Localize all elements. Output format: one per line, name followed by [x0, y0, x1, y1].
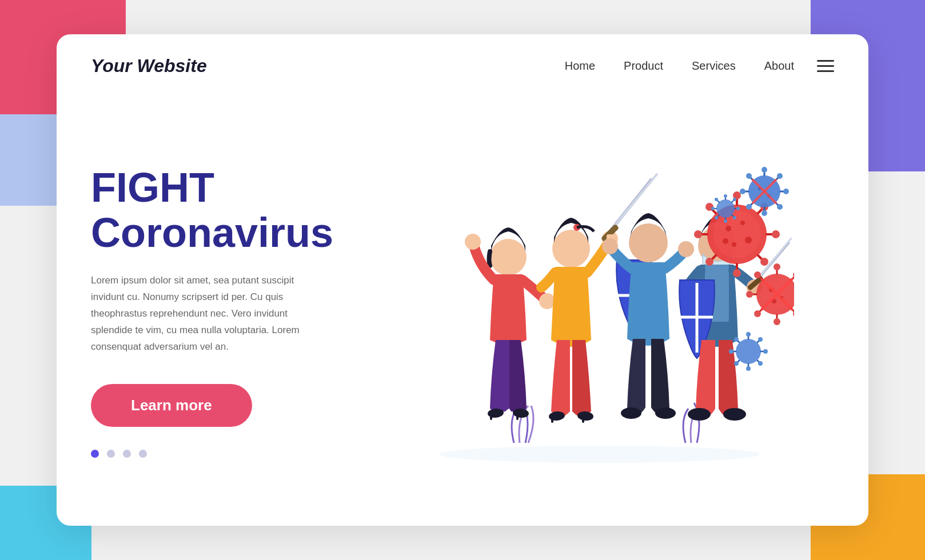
- svg-point-74: [740, 189, 745, 194]
- hero-text: FIGHT Coronavirus Lorem ipsum dolor sit …: [91, 165, 365, 458]
- svg-point-118: [729, 349, 733, 354]
- hero-section: FIGHT Coronavirus Lorem ipsum dolor sit …: [57, 97, 868, 526]
- hero-illustration: [365, 97, 834, 526]
- svg-point-56: [745, 237, 752, 243]
- hero-description: Lorem ipsum dolor sit amet, sea putant s…: [91, 273, 320, 355]
- svg-point-114: [763, 349, 768, 354]
- svg-point-135: [711, 207, 715, 210]
- svg-point-50: [733, 269, 741, 277]
- svg-point-54: [725, 226, 731, 231]
- nav-item-services[interactable]: Services: [692, 59, 736, 73]
- nav-link-product[interactable]: Product: [624, 59, 663, 72]
- svg-point-3: [539, 293, 555, 309]
- svg-point-23: [678, 241, 694, 257]
- hero-title: FIGHT Coronavirus: [91, 165, 365, 255]
- navbar: Your Website Home Product Services About: [57, 34, 868, 97]
- svg-point-112: [746, 332, 751, 337]
- hamburger-line-1: [817, 60, 834, 62]
- hamburger-line-3: [817, 70, 834, 72]
- svg-point-134: [715, 216, 718, 219]
- svg-point-113: [758, 337, 763, 342]
- svg-point-37: [713, 210, 761, 258]
- svg-point-119: [734, 337, 739, 342]
- dot-1[interactable]: [91, 450, 99, 458]
- svg-point-95: [754, 310, 761, 317]
- svg-point-35: [723, 408, 746, 421]
- dot-3[interactable]: [123, 450, 131, 458]
- svg-point-8: [552, 230, 590, 267]
- svg-point-58: [723, 238, 728, 244]
- svg-rect-7: [516, 413, 519, 420]
- svg-point-96: [746, 291, 753, 298]
- svg-point-133: [724, 219, 727, 223]
- svg-point-97: [754, 271, 761, 278]
- main-card: Your Website Home Product Services About: [57, 34, 868, 526]
- dot-2[interactable]: [107, 450, 115, 458]
- svg-point-49: [760, 258, 768, 266]
- svg-point-21: [629, 223, 668, 262]
- svg-point-117: [734, 361, 739, 366]
- svg-point-2: [465, 234, 481, 250]
- dot-4[interactable]: [139, 450, 147, 458]
- svg-point-0: [440, 446, 760, 463]
- nav-item-about[interactable]: About: [764, 59, 794, 73]
- hamburger-menu[interactable]: [817, 60, 834, 72]
- svg-point-75: [746, 173, 752, 179]
- svg-point-94: [774, 318, 780, 325]
- svg-point-90: [774, 263, 780, 270]
- nav-link-about[interactable]: About: [764, 59, 794, 72]
- svg-point-132: [733, 216, 736, 219]
- svg-point-1: [490, 239, 527, 275]
- svg-point-70: [783, 189, 789, 194]
- svg-point-24: [621, 407, 641, 419]
- nav-item-home[interactable]: Home: [565, 59, 595, 73]
- svg-point-52: [694, 230, 702, 238]
- nav-link-services[interactable]: Services: [692, 59, 736, 72]
- svg-point-68: [761, 167, 767, 173]
- svg-point-136: [715, 198, 718, 201]
- carousel-dots: [91, 450, 365, 458]
- svg-rect-18: [582, 416, 584, 423]
- hamburger-line-2: [817, 65, 834, 67]
- svg-point-51: [705, 258, 713, 266]
- nav-link-home[interactable]: Home: [565, 59, 595, 72]
- learn-more-button[interactable]: Learn more: [91, 384, 252, 427]
- fight-coronavirus-illustration: [405, 146, 794, 477]
- svg-point-34: [688, 408, 711, 421]
- hero-title-line1: FIGHT: [91, 165, 214, 210]
- svg-line-12: [610, 174, 657, 231]
- svg-point-55: [740, 221, 745, 225]
- svg-point-22: [602, 238, 618, 254]
- nav-item-product[interactable]: Product: [624, 59, 663, 73]
- hero-title-line2: Coronavirus: [91, 210, 333, 255]
- svg-point-131: [736, 207, 740, 210]
- svg-point-48: [772, 230, 780, 238]
- svg-point-115: [758, 361, 763, 366]
- svg-point-57: [732, 242, 736, 247]
- logo[interactable]: Your Website: [91, 55, 565, 77]
- svg-point-73: [746, 204, 752, 210]
- svg-point-130: [733, 198, 736, 201]
- nav-links: Home Product Services About: [565, 59, 794, 73]
- svg-point-129: [724, 194, 727, 198]
- svg-point-25: [655, 407, 676, 419]
- svg-point-116: [746, 366, 751, 371]
- svg-point-71: [777, 204, 783, 210]
- svg-point-69: [777, 173, 783, 179]
- svg-rect-17: [551, 416, 553, 423]
- svg-rect-6: [490, 413, 492, 420]
- svg-point-72: [761, 210, 767, 216]
